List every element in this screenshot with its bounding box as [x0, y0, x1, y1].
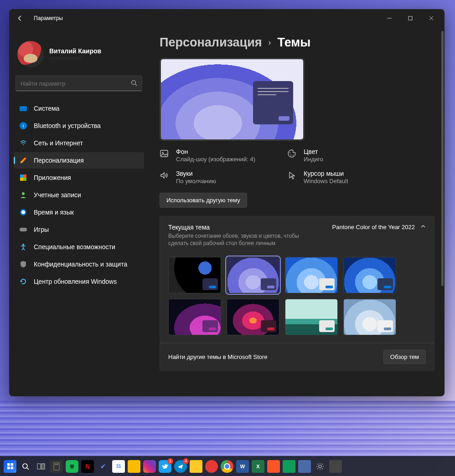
browse-themes-button[interactable]: Обзор тем	[383, 350, 426, 364]
theme-tile-3[interactable]	[285, 257, 338, 293]
preview-window-mockup	[253, 81, 293, 124]
nav-label: Персонализация	[34, 157, 84, 164]
theme-tile-5[interactable]	[168, 299, 221, 335]
profile[interactable]: Виталий Каиров ························	[14, 32, 144, 76]
search-input[interactable]	[21, 80, 131, 87]
photos-icon[interactable]	[298, 460, 311, 473]
current-theme-panel: Текущая тема Выберите сочетание обоев, з…	[160, 216, 434, 343]
todo-icon[interactable]: ✔	[97, 460, 109, 473]
start-button[interactable]	[4, 460, 16, 473]
svg-point-10	[290, 154, 291, 155]
nav-accessibility[interactable]: Специальные возможности	[14, 239, 144, 255]
svg-rect-21	[55, 464, 58, 465]
brave-icon[interactable]	[267, 460, 280, 473]
nav-apps[interactable]: Приложения	[14, 169, 144, 186]
sound-icon	[160, 171, 170, 182]
settings-icon[interactable]	[314, 460, 326, 473]
minimize-button[interactable]	[379, 9, 400, 27]
nav-gaming[interactable]: Игры	[14, 221, 144, 238]
option-title: Фон	[176, 148, 255, 155]
use-other-theme-button[interactable]: Использовать другую тему	[160, 193, 247, 208]
nav-bluetooth[interactable]: ᚼBluetooth и устройства	[14, 118, 144, 134]
app-icon[interactable]	[329, 460, 342, 473]
apps-icon	[20, 174, 26, 181]
spotify-icon[interactable]	[66, 460, 78, 473]
breadcrumb: Персонализация › Темы	[160, 36, 442, 50]
nav-label: Учетные записи	[34, 191, 81, 199]
theme-preview	[160, 58, 305, 141]
task-view-icon[interactable]	[35, 460, 47, 473]
option-value: Индиго	[304, 156, 323, 163]
nav-time[interactable]: Время и язык	[14, 204, 144, 220]
option-value: Windows Default	[304, 178, 348, 184]
scrollbar[interactable]	[441, 31, 444, 286]
window-title: Параметры	[34, 15, 63, 21]
instagram-icon[interactable]	[143, 460, 156, 473]
folder-icon[interactable]	[190, 460, 202, 473]
calendar-icon[interactable]: 31	[112, 460, 125, 473]
profile-email: ························	[49, 56, 101, 61]
nav-label: Система	[34, 105, 59, 112]
nav-label: Сеть и Интернет	[34, 139, 83, 147]
taskbar-search-icon[interactable]	[19, 460, 32, 473]
taskbar: N ✔ 31 2 4 W X	[0, 456, 455, 476]
option-cursor[interactable]: Курсор мышиWindows Default	[287, 168, 406, 186]
chrome-icon[interactable]	[221, 460, 233, 473]
window-controls	[379, 9, 442, 27]
search-icon	[131, 80, 137, 87]
nav-privacy[interactable]: Конфиденциальность и защита	[14, 256, 144, 272]
back-button[interactable]	[12, 10, 28, 26]
shield-icon	[19, 260, 27, 268]
telegram-icon[interactable]: 4	[174, 460, 187, 473]
badge: 4	[183, 458, 189, 464]
word-icon[interactable]: W	[236, 460, 249, 473]
option-color[interactable]: ЦветИндиго	[287, 146, 406, 164]
record-icon[interactable]	[205, 460, 218, 473]
svg-line-17	[27, 468, 29, 470]
store-panel: Найти другие темы в Microsoft Store Обзо…	[160, 343, 434, 371]
panel-collapse-toggle[interactable]: Pantone Color of the Year 2022	[332, 224, 426, 230]
nav-accounts[interactable]: Учетные записи	[14, 187, 144, 203]
theme-tile-7[interactable]	[285, 299, 338, 335]
svg-rect-12	[7, 463, 10, 466]
sheets-icon[interactable]	[283, 460, 295, 473]
nav-personalization[interactable]: Персонализация	[14, 152, 144, 169]
brush-icon	[20, 157, 26, 164]
nav-network[interactable]: Сеть и Интернет	[14, 135, 144, 151]
nav-system[interactable]: Система	[14, 100, 144, 117]
cursor-icon	[287, 171, 297, 182]
theme-grid	[168, 257, 426, 335]
svg-rect-14	[7, 466, 10, 469]
breadcrumb-parent[interactable]: Персонализация	[160, 36, 262, 50]
option-sounds[interactable]: ЗвукиПо умолчанию	[160, 168, 278, 186]
calculator-icon[interactable]	[50, 460, 63, 473]
search-box[interactable]	[16, 76, 142, 91]
theme-tile-6[interactable]	[227, 299, 279, 335]
accessibility-icon	[19, 243, 27, 251]
keep-icon[interactable]	[128, 460, 140, 473]
twitter-icon[interactable]: 2	[159, 460, 171, 473]
theme-tile-2-selected[interactable]	[227, 257, 279, 293]
option-background[interactable]: ФонСлайд-шоу (изображений: 4)	[160, 146, 278, 164]
close-button[interactable]	[421, 9, 442, 27]
svg-rect-13	[10, 463, 13, 466]
update-icon	[19, 277, 27, 286]
wifi-icon	[19, 139, 27, 147]
excel-icon[interactable]: X	[252, 460, 264, 473]
main-content: Персонализация › Темы ФонСлайд-шоу (изоб…	[146, 27, 445, 396]
panel-title: Текущая тема	[168, 224, 310, 231]
gamepad-icon	[19, 225, 27, 234]
svg-line-3	[135, 84, 137, 86]
nav-label: Конфиденциальность и защита	[34, 261, 127, 268]
theme-tile-4[interactable]	[343, 257, 396, 293]
svg-point-6	[22, 244, 24, 246]
palette-icon	[287, 149, 297, 160]
svg-point-16	[23, 464, 27, 468]
bluetooth-icon: ᚼ	[20, 122, 27, 129]
theme-tile-8[interactable]	[343, 299, 396, 335]
theme-tile-1[interactable]	[168, 257, 221, 293]
maximize-button[interactable]	[400, 9, 421, 27]
nav-update[interactable]: Центр обновления Windows	[14, 273, 144, 290]
netflix-icon[interactable]: N	[81, 460, 94, 473]
svg-rect-5	[20, 228, 27, 231]
